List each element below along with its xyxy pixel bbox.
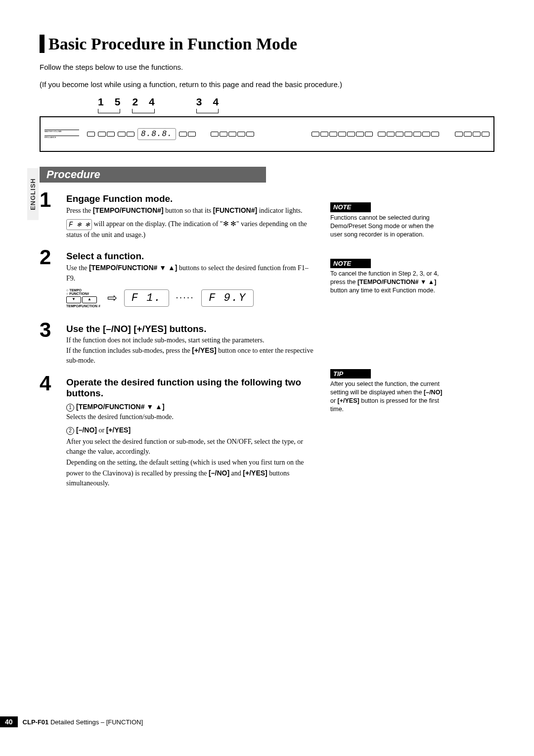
callout-num: 1 (98, 96, 104, 108)
step-title: Use the [–/NO] [+/YES] buttons. (66, 324, 316, 334)
note-1: NOTE Functions cannot be selected during… (330, 202, 444, 238)
tempo-indicator: ○ TEMPO (66, 288, 100, 292)
text: button so that its (164, 207, 213, 214)
text: After you select the desired function or… (66, 437, 316, 457)
step-number: 3 (40, 320, 66, 366)
step-title: Engage Function mode. (66, 193, 316, 204)
text: Press the (66, 207, 93, 214)
step-1: 1 Engage Function mode. Press the [TEMPO… (40, 189, 316, 240)
text: ✻ ✻ (223, 220, 237, 228)
panel-display: 8.8.8. (137, 128, 176, 140)
panel-callouts: 1 5 2 4 3 4 (98, 96, 494, 113)
display-f9: F 9.Y (201, 289, 254, 307)
function-select-diagram: ○ TEMPO ○ FUNCTION# TEMPO/FUNCTION # ⇨ F… (66, 288, 316, 308)
step-2: 2 Select a function. Use the [TEMPO/FUNC… (40, 247, 316, 308)
step-title: Operate the desired function using the f… (66, 377, 316, 399)
callout-num: 5 (115, 96, 121, 108)
tip-1: TIP After you select the function, the c… (330, 369, 444, 414)
tip-text: After you select the function, the curre… (330, 380, 440, 396)
tempo-function-caption: TEMPO/FUNCTION # (66, 304, 100, 308)
step-title: Select a function. (66, 251, 316, 262)
down-button-icon (66, 296, 81, 303)
page-number: 40 (0, 716, 18, 727)
text: If the function does not include sub-mod… (66, 335, 316, 345)
up-button-icon (82, 296, 97, 303)
button-ref: [–/NO] (76, 426, 97, 434)
ellipsis: ····· (176, 293, 195, 303)
procedure-heading: Procedure (40, 167, 266, 183)
callout-num: 3 (196, 96, 202, 108)
note-text: Functions cannot be selected during Demo… (330, 214, 444, 239)
intro-line-2: (If you become lost while using a functi… (40, 79, 494, 91)
button-ref: [+/YES] (106, 426, 131, 434)
button-ref: [TEMPO/FUNCTION# ▼ ▲] (357, 279, 436, 285)
intro-line-1: Follow the steps below to use the functi… (40, 62, 494, 73)
circled-2-icon: 2 (66, 427, 74, 435)
step-number: 4 (40, 373, 66, 488)
display-example: F ✻ ✻ (66, 219, 92, 230)
callout-num: 4 (149, 96, 155, 108)
language-tab: ENGLISH (27, 168, 39, 220)
button-ref: [TEMPO/FUNCTION# ▼ ▲] (76, 403, 165, 411)
button-ref: [–/NO] (424, 389, 443, 396)
text: indicator lights. (257, 207, 302, 214)
text: If the function includes sub-modes, pres… (66, 347, 192, 354)
callout-num: 4 (213, 96, 219, 108)
note-heading: NOTE (330, 259, 371, 269)
model-name: CLP-F01 (23, 718, 49, 726)
page-title: Basic Procedure in Function Mode (40, 35, 494, 53)
button-ref: [TEMPO/FUNCTION# ▼ ▲] (89, 264, 178, 272)
button-ref: [+/YES] (243, 469, 267, 477)
page-footer: 40 CLP-F01 Detailed Settings – [FUNCTION… (0, 716, 143, 727)
note-text: button any time to exit Function mode. (330, 287, 435, 294)
display-f1: F 1. (124, 289, 169, 307)
button-ref: [FUNCTION#] (213, 206, 257, 214)
instrument-panel-diagram: MASTER VOLUME BRILLIANCE 8.8.8. (40, 116, 494, 152)
arrow-right-icon: ⇨ (107, 291, 117, 305)
footer-section: Detailed Settings – [FUNCTION] (48, 718, 143, 726)
text: will appear on the display. (The indicat… (92, 220, 223, 228)
function-indicator: ○ FUNCTION# (66, 292, 100, 295)
step-number: 1 (40, 189, 66, 240)
text: Use the (66, 264, 89, 272)
note-heading: NOTE (330, 202, 371, 212)
button-ref: [TEMPO/FUNCTION#] (93, 206, 164, 214)
note-2: NOTE To cancel the function in Step 2, 3… (330, 259, 444, 295)
button-ref: [–/NO] (209, 469, 229, 477)
button-ref: [+/YES] (192, 346, 216, 354)
callout-num: 2 (132, 96, 138, 108)
tip-text: or (330, 397, 338, 404)
step-number: 2 (40, 247, 66, 308)
text: and (229, 470, 243, 477)
step-4: 4 Operate the desired function using the… (40, 373, 316, 488)
button-ref: [+/YES] (338, 397, 359, 404)
text: or (97, 426, 106, 434)
circled-1-icon: 1 (66, 404, 74, 412)
tip-heading: TIP (330, 369, 371, 379)
text: Selects the desired function/sub-mode. (66, 412, 316, 422)
step-3: 3 Use the [–/NO] [+/YES] buttons. If the… (40, 320, 316, 366)
